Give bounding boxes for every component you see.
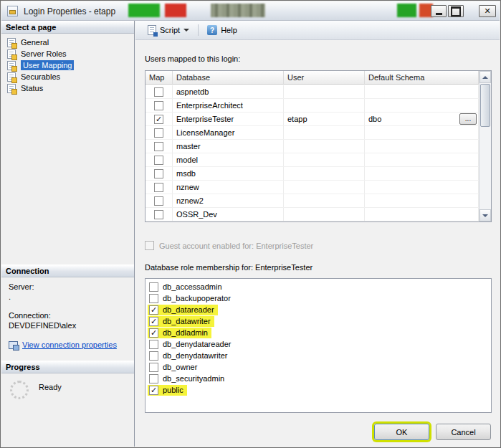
role-row[interactable]: db_denydatawriter: [145, 350, 491, 361]
connection-properties-icon: [9, 341, 18, 349]
minimize-icon[interactable]: [431, 5, 447, 17]
map-checkbox[interactable]: [154, 196, 163, 206]
help-icon: [207, 25, 217, 35]
role-row[interactable]: db_denydatareader: [145, 338, 491, 350]
column-header-map[interactable]: Map: [145, 71, 173, 84]
schema-cell: [365, 194, 479, 207]
help-button[interactable]: Help: [202, 23, 242, 37]
role-row[interactable]: db_ddladmin: [145, 327, 491, 338]
table-row[interactable]: master: [145, 140, 479, 153]
sidebar-item-label: User Mapping: [21, 60, 74, 70]
table-row[interactable]: LicenseManager: [145, 126, 479, 140]
role-label: db_denydatareader: [163, 340, 231, 349]
schema-cell: [365, 85, 479, 98]
progress-status: Ready: [39, 383, 62, 391]
role-label: db_datawriter: [163, 317, 211, 326]
column-header-database[interactable]: Database: [173, 71, 284, 84]
role-checkbox[interactable]: [149, 305, 158, 315]
script-icon: [148, 25, 156, 35]
role-row[interactable]: db_datawriter: [145, 315, 491, 327]
page-icon: [7, 38, 16, 47]
toolbar: Script Help: [135, 21, 500, 40]
map-checkbox[interactable]: [154, 142, 163, 151]
role-row[interactable]: db_backupoperator: [145, 292, 491, 304]
table-row[interactable]: EnterpriseTester etapp dbo ...: [145, 113, 479, 126]
sidebar-item-general[interactable]: General: [1, 37, 134, 48]
scroll-up-icon[interactable]: [479, 71, 491, 83]
view-connection-properties-link[interactable]: View connection properties: [22, 340, 117, 350]
role-checkbox[interactable]: [149, 340, 158, 349]
database-cell: master: [173, 140, 284, 153]
schema-cell: [365, 140, 479, 153]
role-checkbox[interactable]: [149, 317, 158, 326]
sidebar-item-label: General: [21, 38, 49, 47]
script-button-label: Script: [160, 26, 180, 34]
guest-account-label: Guest account enabled for: EnterpriseTes…: [159, 242, 313, 250]
role-membership-label: Database role membership for: Enterprise…: [145, 263, 492, 272]
role-checkbox[interactable]: [149, 386, 158, 395]
dialog-footer: OK Cancel: [374, 424, 491, 440]
window-icon: [7, 6, 18, 16]
table-row[interactable]: aspnetdb: [145, 85, 479, 99]
schema-cell: [365, 126, 479, 139]
role-label: db_denydatawriter: [163, 351, 228, 361]
progress-spinner-icon: [10, 381, 29, 399]
schema-cell: [365, 167, 479, 180]
map-checkbox[interactable]: [154, 210, 163, 219]
script-button[interactable]: Script: [143, 23, 194, 37]
map-checkbox[interactable]: [154, 101, 163, 110]
sidebar-item-label: Server Roles: [21, 49, 67, 58]
user-cell: etapp: [284, 113, 365, 125]
map-checkbox[interactable]: [154, 128, 163, 138]
role-checkbox[interactable]: [149, 374, 158, 383]
sidebar-item-user-mapping[interactable]: User Mapping: [1, 59, 134, 71]
sidebar-item-server-roles[interactable]: Server Roles: [1, 48, 134, 59]
maximize-icon[interactable]: [448, 5, 464, 17]
connection-value: DEVDEFINED\alex: [9, 320, 127, 330]
ok-button[interactable]: OK: [374, 424, 429, 440]
map-checkbox[interactable]: [154, 183, 163, 192]
schema-cell: [365, 181, 479, 194]
scroll-down-icon[interactable]: [479, 209, 491, 221]
chevron-down-icon: [183, 29, 189, 34]
column-header-default-schema[interactable]: Default Schema: [365, 71, 479, 84]
schema-cell: dbo ...: [365, 113, 479, 125]
page-icon: [7, 72, 16, 82]
scrollbar-thumb[interactable]: [480, 84, 490, 127]
table-row[interactable]: nznew2: [145, 194, 479, 208]
browse-schema-button[interactable]: ...: [459, 113, 477, 125]
table-row[interactable]: model: [145, 153, 479, 167]
map-checkbox[interactable]: [154, 169, 163, 178]
progress-header: Progress: [1, 361, 134, 373]
cancel-button[interactable]: Cancel: [436, 424, 491, 440]
role-checkbox[interactable]: [149, 282, 158, 292]
role-checkbox[interactable]: [149, 351, 158, 361]
table-row[interactable]: msdb: [145, 167, 479, 181]
role-row[interactable]: db_securityadmin: [145, 373, 491, 384]
column-header-user[interactable]: User: [284, 71, 365, 84]
connection-header: Connection: [1, 264, 134, 277]
map-checkbox[interactable]: [154, 115, 163, 124]
role-label: db_backupoperator: [163, 294, 231, 303]
role-row[interactable]: db_datareader: [145, 304, 491, 315]
table-body: aspnetdb EnterpriseArchitect EnterpriseT…: [145, 85, 479, 221]
role-checkbox[interactable]: [149, 363, 158, 372]
table-row[interactable]: EnterpriseArchitect: [145, 99, 479, 113]
table-row[interactable]: nznew: [145, 181, 479, 194]
table-scrollbar[interactable]: [479, 71, 491, 221]
user-cell: [284, 194, 365, 207]
map-checkbox[interactable]: [154, 87, 163, 97]
sidebar-item-securables[interactable]: Securables: [1, 71, 134, 82]
role-checkbox[interactable]: [149, 294, 158, 303]
sidebar-item-status[interactable]: Status: [1, 82, 134, 94]
role-row[interactable]: public: [145, 384, 491, 396]
role-row[interactable]: db_owner: [145, 361, 491, 373]
map-checkbox[interactable]: [154, 156, 163, 165]
role-row[interactable]: db_accessadmin: [145, 281, 491, 292]
sidebar-item-label: Securables: [21, 72, 60, 81]
role-checkbox[interactable]: [149, 328, 158, 338]
user-mapping-page: Users mapped to this login: Map Database…: [135, 40, 500, 447]
titlebar-glass-artifact-blurred-text: [211, 4, 265, 17]
close-icon[interactable]: [479, 5, 496, 17]
table-row[interactable]: OSSR_Dev: [145, 208, 479, 221]
